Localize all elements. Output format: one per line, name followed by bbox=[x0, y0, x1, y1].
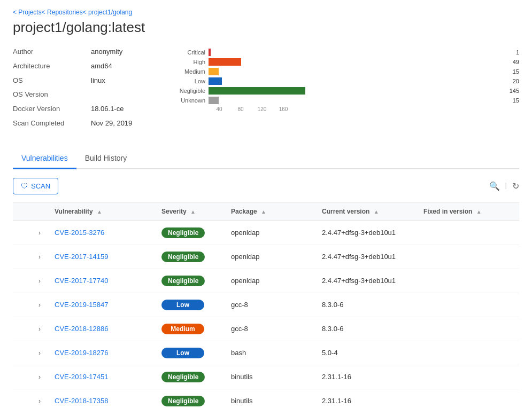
col-header-expand bbox=[32, 202, 48, 221]
axis-label-160: 160 bbox=[273, 106, 294, 112]
row-expand-cell[interactable]: › bbox=[32, 365, 48, 389]
sort-fixed-icon: ▲ bbox=[476, 209, 482, 215]
expand-icon[interactable]: › bbox=[38, 301, 41, 309]
breadcrumb-repositories[interactable]: < Repositories bbox=[42, 9, 83, 16]
expand-icon[interactable]: › bbox=[38, 349, 41, 357]
row-expand-cell[interactable]: › bbox=[32, 221, 48, 245]
cve-link[interactable]: CVE-2019-17451 bbox=[55, 373, 108, 381]
row-checkbox-cell bbox=[13, 269, 32, 293]
chart-bar bbox=[209, 87, 305, 95]
scan-button[interactable]: 🛡 SCAN bbox=[13, 178, 58, 194]
row-severity-cell: Negligible bbox=[155, 245, 225, 269]
row-current-version-cell: 2.4.47+dfsg-3+deb10u1 bbox=[315, 269, 417, 293]
docker-version-value: 18.06.1-ce bbox=[91, 104, 124, 115]
chart-count: 49 bbox=[513, 59, 519, 65]
cve-link[interactable]: CVE-2019-15847 bbox=[55, 301, 108, 309]
row-expand-cell[interactable]: › bbox=[32, 341, 48, 365]
chart-count: 1 bbox=[516, 49, 519, 56]
row-cve-cell: CVE-2015-3276 bbox=[48, 221, 155, 245]
row-fixed-version-cell bbox=[417, 269, 519, 293]
table-row: › CVE-2017-14159 Negligible openldap 2.4… bbox=[13, 245, 519, 269]
chart-row-negligible: Negligible145 bbox=[173, 87, 519, 95]
row-expand-cell[interactable]: › bbox=[32, 269, 48, 293]
chart-bar-wrap bbox=[209, 49, 511, 56]
expand-icon[interactable]: › bbox=[38, 229, 41, 237]
col-header-vulnerability[interactable]: Vulnerability ▲ bbox=[48, 202, 155, 221]
table-header-row: Vulnerability ▲ Severity ▲ Package ▲ Cur… bbox=[13, 202, 519, 221]
chart-row-high: High49 bbox=[173, 58, 519, 66]
row-severity-cell: Negligible bbox=[155, 221, 225, 245]
divider: | bbox=[505, 181, 507, 191]
row-fixed-version-cell bbox=[417, 365, 519, 389]
row-expand-cell[interactable]: › bbox=[32, 317, 48, 341]
axis-label-40: 40 bbox=[209, 106, 230, 112]
cve-link[interactable]: CVE-2017-14159 bbox=[55, 253, 108, 261]
col-header-fixed-version[interactable]: Fixed in version ▲ bbox=[417, 202, 519, 221]
row-current-version-cell: 2.31.1-16 bbox=[315, 389, 417, 408]
scan-button-label: SCAN bbox=[31, 182, 50, 190]
row-cve-cell: CVE-2019-18276 bbox=[48, 341, 155, 365]
row-cve-cell: CVE-2017-14159 bbox=[48, 245, 155, 269]
table-row: › CVE-2018-12886 Medium gcc-8 8.3.0-6 bbox=[13, 317, 519, 341]
chart-label-critical: Critical bbox=[173, 49, 205, 56]
col-header-current-version[interactable]: Current version ▲ bbox=[315, 202, 417, 221]
row-fixed-version-cell bbox=[417, 245, 519, 269]
row-package-cell: gcc-8 bbox=[225, 317, 315, 341]
cve-link[interactable]: CVE-2018-17358 bbox=[55, 397, 108, 405]
row-checkbox-cell bbox=[13, 221, 32, 245]
breadcrumb: < Projects< Repositories< project1/golan… bbox=[13, 9, 519, 16]
row-checkbox-cell bbox=[13, 389, 32, 408]
severity-badge: Low bbox=[161, 348, 204, 358]
table-row: › CVE-2018-17358 Negligible binutils 2.3… bbox=[13, 389, 519, 408]
row-cve-cell: CVE-2018-12886 bbox=[48, 317, 155, 341]
expand-icon[interactable]: › bbox=[38, 277, 41, 285]
col-header-severity[interactable]: Severity ▲ bbox=[155, 202, 225, 221]
chart-count: 20 bbox=[513, 78, 519, 84]
chart-label-low: Low bbox=[173, 78, 205, 84]
cve-link[interactable]: CVE-2015-3276 bbox=[55, 229, 104, 237]
author-value: anonymity bbox=[91, 46, 122, 58]
col-header-check bbox=[13, 202, 32, 221]
cve-link[interactable]: CVE-2017-17740 bbox=[55, 277, 108, 285]
chart-bar bbox=[209, 97, 219, 104]
row-expand-cell[interactable]: › bbox=[32, 389, 48, 408]
search-icon[interactable]: 🔍 bbox=[489, 181, 500, 191]
breadcrumb-projects[interactable]: < Projects bbox=[13, 9, 42, 16]
expand-icon[interactable]: › bbox=[38, 397, 41, 405]
row-severity-cell: Negligible bbox=[155, 365, 225, 389]
scan-completed-label: Scan Completed bbox=[13, 118, 82, 129]
architecture-value: amd64 bbox=[91, 61, 112, 72]
severity-badge: Negligible bbox=[161, 227, 205, 238]
refresh-icon[interactable]: ↻ bbox=[512, 181, 519, 191]
os-label: OS bbox=[13, 75, 82, 87]
row-expand-cell[interactable]: › bbox=[32, 293, 48, 317]
chart-count: 15 bbox=[513, 97, 519, 104]
row-cve-cell: CVE-2018-17358 bbox=[48, 389, 155, 408]
os-value: linux bbox=[91, 75, 105, 87]
row-fixed-version-cell bbox=[417, 293, 519, 317]
vulnerability-chart: Critical1High49Medium15Low20Negligible14… bbox=[173, 46, 519, 132]
row-current-version-cell: 2.4.47+dfsg-3+deb10u1 bbox=[315, 245, 417, 269]
row-cve-cell: CVE-2019-15847 bbox=[48, 293, 155, 317]
cve-link[interactable]: CVE-2018-12886 bbox=[55, 325, 108, 333]
row-severity-cell: Low bbox=[155, 293, 225, 317]
tab-build-history[interactable]: Build History bbox=[76, 148, 136, 169]
chart-bar-wrap bbox=[209, 77, 507, 85]
severity-badge: Negligible bbox=[161, 276, 205, 286]
expand-icon[interactable]: › bbox=[38, 373, 41, 381]
chart-label-unknown: Unknown bbox=[173, 97, 205, 104]
row-checkbox-cell bbox=[13, 245, 32, 269]
col-header-package[interactable]: Package ▲ bbox=[225, 202, 315, 221]
expand-icon[interactable]: › bbox=[38, 325, 41, 333]
chart-label-medium: Medium bbox=[173, 68, 205, 75]
expand-icon[interactable]: › bbox=[38, 253, 41, 261]
breadcrumb-project[interactable]: < project1/golang bbox=[83, 9, 132, 16]
tab-vulnerabilities[interactable]: Vulnerabilities bbox=[13, 148, 76, 169]
author-label: Author bbox=[13, 46, 82, 58]
row-expand-cell[interactable]: › bbox=[32, 245, 48, 269]
scan-completed-value: Nov 29, 2019 bbox=[91, 118, 132, 129]
row-current-version-cell: 8.3.0-6 bbox=[315, 293, 417, 317]
cve-link[interactable]: CVE-2019-18276 bbox=[55, 349, 108, 357]
row-cve-cell: CVE-2019-17451 bbox=[48, 365, 155, 389]
row-package-cell: gcc-8 bbox=[225, 293, 315, 317]
